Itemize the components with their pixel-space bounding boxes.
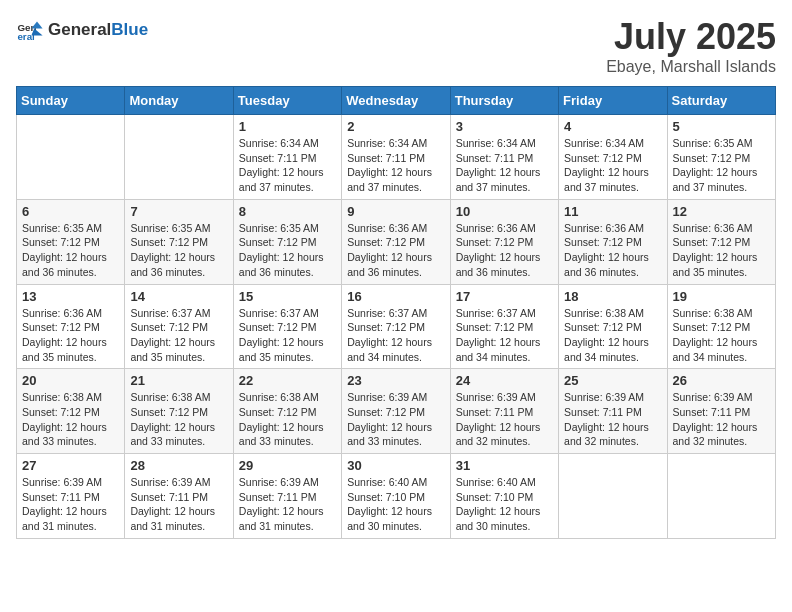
calendar-cell [559,454,667,539]
day-info: Sunrise: 6:35 AM Sunset: 7:12 PM Dayligh… [22,221,119,280]
calendar-cell: 26Sunrise: 6:39 AM Sunset: 7:11 PM Dayli… [667,369,775,454]
calendar-cell: 21Sunrise: 6:38 AM Sunset: 7:12 PM Dayli… [125,369,233,454]
day-info: Sunrise: 6:39 AM Sunset: 7:11 PM Dayligh… [130,475,227,534]
calendar-cell: 13Sunrise: 6:36 AM Sunset: 7:12 PM Dayli… [17,284,125,369]
calendar-cell: 4Sunrise: 6:34 AM Sunset: 7:12 PM Daylig… [559,115,667,200]
day-number: 4 [564,119,661,134]
day-info: Sunrise: 6:37 AM Sunset: 7:12 PM Dayligh… [130,306,227,365]
day-number: 28 [130,458,227,473]
calendar-cell: 31Sunrise: 6:40 AM Sunset: 7:10 PM Dayli… [450,454,558,539]
calendar-cell: 2Sunrise: 6:34 AM Sunset: 7:11 PM Daylig… [342,115,450,200]
col-header-thursday: Thursday [450,87,558,115]
day-info: Sunrise: 6:39 AM Sunset: 7:11 PM Dayligh… [22,475,119,534]
day-number: 14 [130,289,227,304]
day-info: Sunrise: 6:35 AM Sunset: 7:12 PM Dayligh… [130,221,227,280]
calendar-cell: 9Sunrise: 6:36 AM Sunset: 7:12 PM Daylig… [342,199,450,284]
calendar-cell: 12Sunrise: 6:36 AM Sunset: 7:12 PM Dayli… [667,199,775,284]
day-info: Sunrise: 6:37 AM Sunset: 7:12 PM Dayligh… [239,306,336,365]
page-header: Gen eral GeneralBlue July 2025 Ebaye, Ma… [16,16,776,76]
day-info: Sunrise: 6:40 AM Sunset: 7:10 PM Dayligh… [347,475,444,534]
calendar-week-2: 6Sunrise: 6:35 AM Sunset: 7:12 PM Daylig… [17,199,776,284]
col-header-sunday: Sunday [17,87,125,115]
calendar-cell: 16Sunrise: 6:37 AM Sunset: 7:12 PM Dayli… [342,284,450,369]
calendar-week-4: 20Sunrise: 6:38 AM Sunset: 7:12 PM Dayli… [17,369,776,454]
calendar-cell: 23Sunrise: 6:39 AM Sunset: 7:12 PM Dayli… [342,369,450,454]
calendar-cell: 5Sunrise: 6:35 AM Sunset: 7:12 PM Daylig… [667,115,775,200]
calendar-cell: 29Sunrise: 6:39 AM Sunset: 7:11 PM Dayli… [233,454,341,539]
day-number: 9 [347,204,444,219]
calendar-cell: 22Sunrise: 6:38 AM Sunset: 7:12 PM Dayli… [233,369,341,454]
calendar-week-5: 27Sunrise: 6:39 AM Sunset: 7:11 PM Dayli… [17,454,776,539]
day-number: 23 [347,373,444,388]
calendar-cell: 6Sunrise: 6:35 AM Sunset: 7:12 PM Daylig… [17,199,125,284]
calendar-cell: 27Sunrise: 6:39 AM Sunset: 7:11 PM Dayli… [17,454,125,539]
day-info: Sunrise: 6:38 AM Sunset: 7:12 PM Dayligh… [239,390,336,449]
calendar-week-1: 1Sunrise: 6:34 AM Sunset: 7:11 PM Daylig… [17,115,776,200]
calendar-cell: 20Sunrise: 6:38 AM Sunset: 7:12 PM Dayli… [17,369,125,454]
calendar-cell: 3Sunrise: 6:34 AM Sunset: 7:11 PM Daylig… [450,115,558,200]
day-info: Sunrise: 6:39 AM Sunset: 7:11 PM Dayligh… [456,390,553,449]
day-number: 29 [239,458,336,473]
logo-general: General [48,20,111,39]
day-info: Sunrise: 6:38 AM Sunset: 7:12 PM Dayligh… [564,306,661,365]
day-number: 20 [22,373,119,388]
calendar-cell: 10Sunrise: 6:36 AM Sunset: 7:12 PM Dayli… [450,199,558,284]
day-number: 17 [456,289,553,304]
day-number: 25 [564,373,661,388]
day-info: Sunrise: 6:39 AM Sunset: 7:11 PM Dayligh… [673,390,770,449]
calendar-cell: 18Sunrise: 6:38 AM Sunset: 7:12 PM Dayli… [559,284,667,369]
calendar-cell: 28Sunrise: 6:39 AM Sunset: 7:11 PM Dayli… [125,454,233,539]
calendar-table: SundayMondayTuesdayWednesdayThursdayFrid… [16,86,776,539]
day-number: 15 [239,289,336,304]
col-header-saturday: Saturday [667,87,775,115]
day-info: Sunrise: 6:37 AM Sunset: 7:12 PM Dayligh… [347,306,444,365]
day-number: 1 [239,119,336,134]
day-number: 26 [673,373,770,388]
day-info: Sunrise: 6:40 AM Sunset: 7:10 PM Dayligh… [456,475,553,534]
day-info: Sunrise: 6:34 AM Sunset: 7:11 PM Dayligh… [347,136,444,195]
calendar-cell: 7Sunrise: 6:35 AM Sunset: 7:12 PM Daylig… [125,199,233,284]
day-info: Sunrise: 6:39 AM Sunset: 7:12 PM Dayligh… [347,390,444,449]
day-number: 7 [130,204,227,219]
title-block: July 2025 Ebaye, Marshall Islands [606,16,776,76]
day-info: Sunrise: 6:38 AM Sunset: 7:12 PM Dayligh… [130,390,227,449]
day-number: 12 [673,204,770,219]
month-title: July 2025 [606,16,776,58]
calendar-week-3: 13Sunrise: 6:36 AM Sunset: 7:12 PM Dayli… [17,284,776,369]
col-header-monday: Monday [125,87,233,115]
day-number: 5 [673,119,770,134]
calendar-cell: 11Sunrise: 6:36 AM Sunset: 7:12 PM Dayli… [559,199,667,284]
calendar-cell: 30Sunrise: 6:40 AM Sunset: 7:10 PM Dayli… [342,454,450,539]
day-number: 6 [22,204,119,219]
day-info: Sunrise: 6:35 AM Sunset: 7:12 PM Dayligh… [673,136,770,195]
day-number: 8 [239,204,336,219]
logo-icon: Gen eral [16,16,44,44]
logo-blue: Blue [111,20,148,39]
day-info: Sunrise: 6:38 AM Sunset: 7:12 PM Dayligh… [22,390,119,449]
calendar-cell: 25Sunrise: 6:39 AM Sunset: 7:11 PM Dayli… [559,369,667,454]
day-info: Sunrise: 6:36 AM Sunset: 7:12 PM Dayligh… [347,221,444,280]
location-title: Ebaye, Marshall Islands [606,58,776,76]
calendar-cell: 24Sunrise: 6:39 AM Sunset: 7:11 PM Dayli… [450,369,558,454]
day-number: 13 [22,289,119,304]
calendar-cell: 8Sunrise: 6:35 AM Sunset: 7:12 PM Daylig… [233,199,341,284]
day-number: 22 [239,373,336,388]
day-number: 21 [130,373,227,388]
day-info: Sunrise: 6:39 AM Sunset: 7:11 PM Dayligh… [564,390,661,449]
col-header-friday: Friday [559,87,667,115]
day-info: Sunrise: 6:36 AM Sunset: 7:12 PM Dayligh… [22,306,119,365]
calendar-cell [125,115,233,200]
day-number: 16 [347,289,444,304]
day-info: Sunrise: 6:34 AM Sunset: 7:11 PM Dayligh… [239,136,336,195]
day-info: Sunrise: 6:34 AM Sunset: 7:12 PM Dayligh… [564,136,661,195]
day-number: 19 [673,289,770,304]
day-number: 3 [456,119,553,134]
day-number: 10 [456,204,553,219]
calendar-cell: 1Sunrise: 6:34 AM Sunset: 7:11 PM Daylig… [233,115,341,200]
day-info: Sunrise: 6:36 AM Sunset: 7:12 PM Dayligh… [564,221,661,280]
svg-text:eral: eral [17,31,35,42]
day-info: Sunrise: 6:38 AM Sunset: 7:12 PM Dayligh… [673,306,770,365]
day-number: 31 [456,458,553,473]
calendar-cell: 19Sunrise: 6:38 AM Sunset: 7:12 PM Dayli… [667,284,775,369]
day-info: Sunrise: 6:37 AM Sunset: 7:12 PM Dayligh… [456,306,553,365]
